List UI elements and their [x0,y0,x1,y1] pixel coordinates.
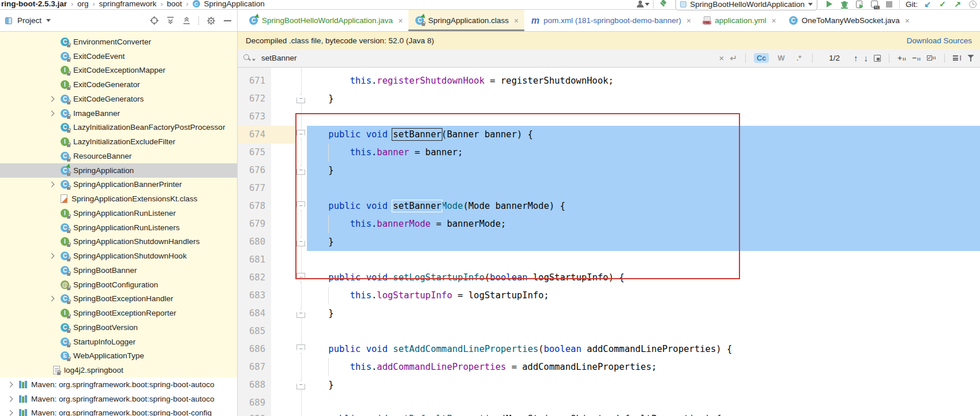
code-line[interactable] [307,394,980,412]
tree-item[interactable]: log4j2.springboot [0,363,237,377]
code-line[interactable]: } [307,90,980,108]
breadcrumb-springframework[interactable]: springframework [99,0,157,8]
settings-gear-icon[interactable] [205,15,217,27]
code-line[interactable]: } [307,305,980,323]
code-line[interactable]: this.bannerMode = bannerMode; [307,215,980,233]
debug-icon[interactable] [837,0,852,10]
tree-item[interactable]: IExitCodeGenerator [0,77,237,92]
close-icon[interactable]: × [905,16,910,25]
run-configuration-select[interactable]: SpringBootHelloWorldApplication [675,0,817,10]
tree-item[interactable]: CSpringApplicationRunListeners [0,220,237,235]
fold-icon[interactable]: − [296,166,305,175]
code-line[interactable]: } [307,376,980,394]
tree-item[interactable]: CSpringApplicationShutdownHook [0,249,237,263]
chevron-right-icon[interactable] [49,296,55,302]
tree-item[interactable]: ISpringApplicationRunListener [0,206,237,220]
git-push-icon[interactable]: ↗ [950,0,965,10]
remove-occurrence-icon[interactable]: −II [912,54,921,62]
code-line[interactable] [307,179,980,197]
run-with-coverage-icon[interactable] [852,0,867,10]
tree-item[interactable]: IExitCodeExceptionMapper [0,63,237,78]
tree-item[interactable]: CExitCodeGenerators [0,92,237,106]
clear-search-icon[interactable]: × [719,53,724,63]
code-line[interactable]: public void setLogStartupInfo(boolean lo… [307,269,980,287]
code-line[interactable] [307,251,980,269]
tree-item[interactable]: ISpringApplicationShutdownHandlers [0,235,237,249]
collapse-all-icon[interactable] [180,15,193,27]
search-icon[interactable] [243,54,251,62]
editor-tab[interactable]: application.yml× [697,10,782,31]
filter-lines-icon[interactable]: I [953,54,962,62]
chevron-right-icon[interactable] [49,96,55,102]
chevron-right-icon[interactable] [49,182,55,188]
code-line[interactable] [307,108,980,126]
user-account-icon[interactable] [636,0,651,10]
breadcrumb-class[interactable]: SpringApplication [204,0,265,8]
editor-tab[interactable]: CSpringBootHelloWorldApplication.java× [242,10,408,31]
close-icon[interactable]: × [398,16,403,25]
tree-item[interactable]: @SpringBootConfiguration [0,278,237,292]
fold-icon[interactable]: − [296,237,305,246]
search-input[interactable]: setBanner [261,54,719,62]
chevron-right-icon[interactable] [7,381,13,387]
chevron-right-icon[interactable] [7,396,13,402]
profiler-icon[interactable] [867,0,882,10]
search-history-chevron-icon[interactable] [252,59,256,61]
code-line[interactable]: this.banner = banner; [307,144,980,162]
tree-item[interactable]: CSpringBootVersion [0,320,237,335]
editor-tab[interactable]: mpom.xml (181-springboot-demo-banner)× [524,10,697,31]
fold-icon[interactable]: − [296,344,305,354]
code-line[interactable]: public void setBanner(Banner banner) { [307,126,980,144]
code-line[interactable] [307,323,980,340]
fold-icon[interactable]: − [296,201,305,211]
hide-panel-icon[interactable] [221,15,234,27]
chevron-down-icon[interactable] [46,19,51,22]
tree-item[interactable]: EWebApplicationType [0,349,237,363]
tree-item[interactable]: SpringApplicationExtensionsKt.class [0,192,237,206]
breadcrumb-org[interactable]: org [77,0,89,8]
tree-item[interactable]: Maven: org.springframework.boot:spring-b… [0,392,237,406]
select-all-occurrences-icon[interactable]: ✓II [927,55,936,61]
tree-item[interactable]: CSpringApplicationBannerPrinter [0,178,237,192]
history-clock-icon[interactable] [965,0,980,10]
tree-item[interactable]: Maven: org.springframework.boot:spring-b… [0,406,237,416]
chevron-right-icon[interactable] [49,110,55,116]
tree-item[interactable]: Maven: org.springframework.boot:spring-b… [0,377,237,392]
words-toggle[interactable]: W [775,53,787,63]
git-update-icon[interactable]: ↙ [920,0,935,10]
tree-item[interactable]: ILazyInitializationExcludeFilter [0,134,237,149]
build-hammer-icon[interactable] [656,0,671,10]
tree-item[interactable]: CSpringBootExceptionHandler [0,292,237,306]
tree-item[interactable]: CImageBanner [0,106,237,121]
code-line[interactable]: public void setDefaultProperties(Map<Str… [307,410,980,416]
code-editor[interactable]: 671 this.registerShutdownHook = register… [238,68,980,416]
git-commit-icon[interactable]: ✓ [935,0,950,10]
editor-tab[interactable]: COneToManyWebSocket.java× [782,10,915,31]
close-icon[interactable]: × [686,16,691,25]
run-icon[interactable] [822,0,837,10]
filter-icon[interactable] [967,55,974,62]
fold-icon[interactable]: − [296,94,305,103]
regex-toggle[interactable]: .* [794,53,805,63]
code-line[interactable]: } [307,162,980,179]
newline-icon[interactable]: ↵ [730,53,737,63]
code-line[interactable]: this.addCommandLineProperties = addComma… [307,358,980,376]
code-line[interactable]: public void setBannerMode(Mode bannerMod… [307,197,980,215]
tree-item[interactable]: CStartupInfoLogger [0,335,237,349]
code-line[interactable]: public void setAddCommandLineProperties(… [307,340,980,358]
breadcrumb-jar[interactable]: ring-boot-2.5.3.jar [1,0,67,8]
match-case-toggle[interactable]: Cc [754,53,769,63]
code-line[interactable]: this.logStartupInfo = logStartupInfo; [307,287,980,305]
close-icon[interactable]: × [514,16,519,25]
fold-icon[interactable]: − [296,273,305,282]
tree-item[interactable]: CSpringApplication [0,163,237,178]
tree-item[interactable]: CSpringBootBanner [0,263,237,278]
chevron-right-icon[interactable] [49,253,55,259]
breadcrumb-boot[interactable]: boot [167,0,182,8]
tree-item[interactable]: CExitCodeEvent [0,49,237,63]
fold-icon[interactable]: − [296,130,305,139]
previous-match-icon[interactable]: ↑ [854,53,858,63]
tree-item[interactable]: CResourceBanner [0,149,237,163]
chevron-right-icon[interactable] [7,410,13,416]
tree-item[interactable]: ISpringBootExceptionReporter [0,306,237,320]
